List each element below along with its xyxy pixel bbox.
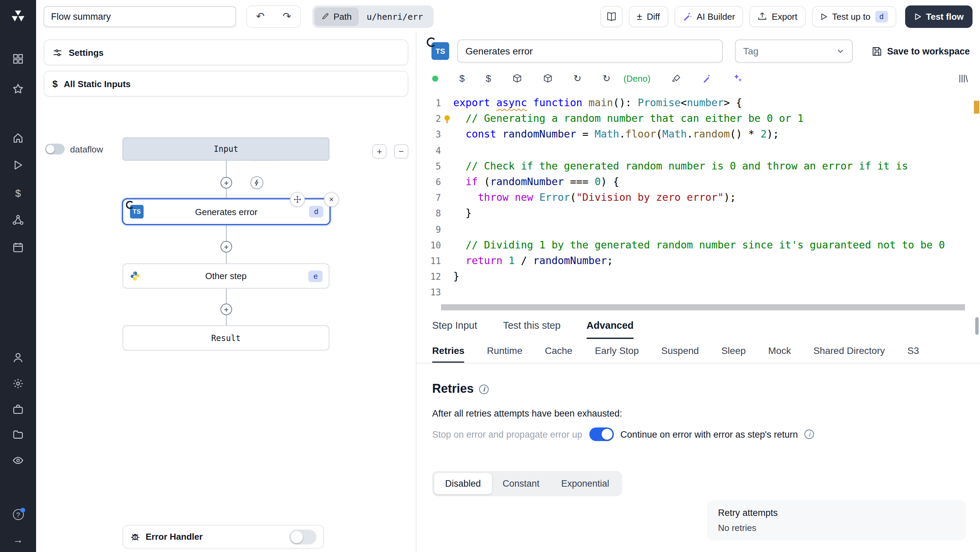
code-line[interactable]: // Generating a random number that can e… [441, 111, 970, 127]
path-button[interactable]: Path u/henri/err [312, 5, 433, 27]
subtab-sleep[interactable]: Sleep [721, 339, 746, 363]
mode-exponential[interactable]: Exponential [550, 473, 620, 494]
close-icon: × [329, 195, 334, 204]
package-icon[interactable] [512, 73, 522, 83]
code-line[interactable]: return 1 / randomNumber; [441, 253, 970, 269]
delete-step-button[interactable]: × [324, 192, 339, 207]
variable-picker-icon[interactable]: $ [460, 73, 465, 84]
lightbulb-icon[interactable] [442, 115, 452, 124]
code-line[interactable] [441, 143, 970, 158]
subtab-retries[interactable]: Retries [432, 339, 465, 363]
variables-dollar-icon[interactable]: $ [0, 187, 36, 199]
apps-grid-icon[interactable] [0, 53, 36, 65]
settings-gear-icon[interactable] [0, 378, 36, 389]
reload-icon[interactable]: ↻ [603, 73, 611, 84]
account-person-icon[interactable] [0, 352, 36, 363]
vertical-scrollbar[interactable] [975, 317, 978, 335]
subtab-shared-directory[interactable]: Shared Directory [813, 339, 885, 363]
collapse-arrow-icon[interactable]: → [0, 534, 36, 545]
test-up-to-label: Test up to [832, 11, 870, 21]
info-icon[interactable] [805, 430, 814, 439]
package-lock-icon[interactable] [543, 73, 552, 83]
tab-step-input[interactable]: Step Input [432, 312, 477, 339]
undo-icon: ↶ [256, 10, 264, 22]
line-number: 2 [417, 111, 441, 127]
test-up-to-button[interactable]: Test up to d [811, 6, 896, 27]
code-line[interactable]: throw new Error("Division by zero error"… [441, 190, 970, 205]
error-handler-row[interactable]: Error Handler [123, 525, 324, 549]
subtab-cache[interactable]: Cache [545, 339, 572, 363]
zoom-out-button[interactable]: − [394, 144, 408, 159]
subtab-mock[interactable]: Mock [768, 339, 791, 363]
code-line[interactable]: // Dividing 1 by the generated random nu… [441, 237, 970, 253]
continue-on-error-toggle[interactable] [589, 428, 614, 441]
diff-button[interactable]: ± Diff [628, 6, 668, 27]
subtab-s3[interactable]: S3 [907, 339, 919, 363]
tab-test-this-step[interactable]: Test this step [503, 312, 560, 339]
code-line[interactable]: export async function main(): Promise<nu… [441, 95, 970, 111]
info-icon[interactable] [479, 384, 488, 394]
trigger-bolt-button[interactable] [250, 176, 263, 189]
format-brush-icon[interactable] [672, 73, 681, 83]
code-line[interactable]: // Check if the generated random number … [441, 159, 970, 174]
insert-step-button[interactable] [221, 241, 232, 253]
tab-advanced[interactable]: Advanced [586, 312, 633, 339]
magic-wand-icon [682, 11, 692, 21]
insert-step-button[interactable] [221, 177, 232, 189]
zoom-in-button[interactable]: + [372, 144, 387, 159]
flow-summary-input[interactable] [43, 6, 236, 27]
subtab-runtime[interactable]: Runtime [487, 339, 522, 363]
node-other-step[interactable]: Other step e [123, 263, 329, 289]
flow-settings-button[interactable]: Settings [43, 40, 408, 65]
line-number: 1 [417, 95, 441, 111]
runs-play-icon[interactable] [0, 159, 36, 171]
schedules-calendar-icon[interactable] [0, 242, 36, 253]
retry-attempts-value: No retries [718, 523, 955, 533]
docs-book-button[interactable] [600, 6, 622, 27]
workers-briefcase-icon[interactable] [0, 404, 36, 415]
mode-constant[interactable]: Constant [492, 473, 550, 494]
code-line[interactable]: } [441, 269, 970, 285]
code-line[interactable] [441, 285, 970, 301]
redo-button[interactable]: ↷ [274, 6, 300, 27]
tag-select[interactable]: Tag [735, 40, 853, 63]
dataflow-toggle[interactable] [45, 144, 65, 154]
code-line[interactable] [441, 221, 970, 237]
windmill-logo-icon[interactable] [0, 8, 36, 24]
folders-icon[interactable] [0, 429, 36, 441]
audit-eye-icon[interactable] [0, 455, 36, 466]
sparkles-icon[interactable] [733, 73, 743, 83]
ai-builder-button[interactable]: AI Builder [674, 6, 743, 27]
mode-disabled[interactable]: Disabled [434, 473, 492, 494]
resources-hub-icon[interactable] [0, 215, 36, 226]
insert-step-button[interactable] [221, 304, 232, 315]
subtab-early-stop[interactable]: Early Stop [595, 339, 639, 363]
line-number: 7 [417, 190, 441, 205]
node-generates-error[interactable]: TS Generates error d × [122, 198, 331, 225]
save-to-workspace-button[interactable]: Save to workspace [872, 46, 970, 56]
error-handler-toggle[interactable] [289, 529, 317, 544]
help-icon[interactable]: ? [0, 509, 36, 520]
ai-wand-icon[interactable] [702, 73, 712, 83]
subtab-suspend[interactable]: Suspend [661, 339, 699, 363]
editor-code[interactable]: export async function main(): Promise<nu… [441, 95, 970, 301]
node-input[interactable]: Input [123, 137, 329, 161]
code-line[interactable]: if (randomNumber === 0) { [441, 174, 970, 190]
step-id-badge: d [309, 206, 323, 218]
code-line[interactable]: } [441, 206, 970, 221]
reset-icon[interactable]: ↻ [573, 73, 581, 84]
library-panel-icon[interactable] [958, 73, 969, 83]
home-icon[interactable] [0, 132, 36, 144]
all-static-inputs-button[interactable]: $ All Static Inputs [43, 71, 408, 97]
star-icon[interactable] [0, 83, 36, 95]
resource-picker-icon[interactable]: $ [486, 73, 492, 84]
export-button[interactable]: Export [749, 6, 805, 27]
move-handle[interactable] [290, 192, 305, 207]
code-editor[interactable]: 12345678910111213 export async function … [417, 92, 980, 312]
test-flow-button[interactable]: Test flow [905, 5, 972, 27]
code-line[interactable]: const randomNumber = Math.floor(Math.ran… [441, 127, 970, 143]
undo-button[interactable]: ↶ [247, 6, 274, 27]
node-result[interactable]: Result [123, 325, 329, 350]
horizontal-scrollbar[interactable] [441, 304, 965, 310]
step-name-input[interactable] [457, 40, 723, 63]
